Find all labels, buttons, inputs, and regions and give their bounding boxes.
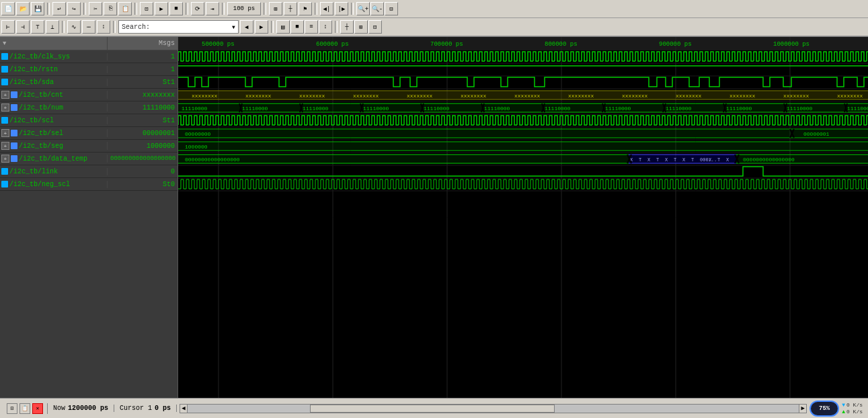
tl-zoom-btn[interactable]: ⊞ bbox=[354, 20, 368, 34]
signal-type-icon bbox=[1, 66, 8, 73]
status-btn1[interactable]: ⊡ bbox=[7, 403, 17, 414]
signal-row[interactable]: + /i2c_tb/data_temp 000000000000000000 bbox=[0, 153, 177, 165]
expand-icon[interactable]: + bbox=[1, 103, 9, 112]
signal-row[interactable]: + /i2c_tb/sel 00000001 bbox=[0, 127, 177, 140]
sig-group-btn[interactable]: ▤ bbox=[276, 20, 290, 34]
tl-fit-btn[interactable]: ⊡ bbox=[368, 20, 382, 34]
wf-tool4[interactable]: ⊥ bbox=[46, 20, 59, 34]
msgs-label: Msgs bbox=[159, 40, 175, 47]
signal-type-icon bbox=[11, 91, 17, 98]
play-btn[interactable]: ▶ bbox=[155, 2, 168, 15]
signal-type-icon bbox=[11, 130, 17, 136]
scroll-track[interactable] bbox=[188, 404, 799, 413]
prev-edge-btn[interactable]: ◀| bbox=[320, 2, 333, 15]
sep1 bbox=[47, 3, 50, 15]
open-btn[interactable]: 📂 bbox=[16, 2, 30, 15]
search-prev-btn[interactable]: ◀ bbox=[240, 20, 253, 34]
cut-btn[interactable]: ✂ bbox=[89, 2, 102, 15]
expand-icon[interactable]: + bbox=[1, 129, 9, 137]
signal-value: xxxxxxxx bbox=[108, 91, 177, 99]
sig-style-btn[interactable]: ≡ bbox=[305, 20, 318, 34]
signal-row[interactable]: /i2c_tb/scl St1 bbox=[0, 114, 177, 127]
search-input[interactable] bbox=[151, 23, 232, 31]
wf-tool2[interactable]: ⊣ bbox=[16, 20, 30, 34]
zoom-out-btn[interactable]: 🔍- bbox=[370, 2, 384, 15]
systray: 75% ▼ 0 K/s ▲ 0 K/s bbox=[810, 401, 865, 417]
expand-all-icon[interactable]: ▼ bbox=[3, 40, 6, 47]
speed-indicator: 75% bbox=[810, 401, 839, 417]
signal-type-icon bbox=[11, 104, 17, 111]
signal-row[interactable]: /i2c_tb/rstn 1 bbox=[0, 63, 177, 76]
status-btn3[interactable]: ✕ bbox=[32, 403, 43, 414]
signal-name: + /i2c_tb/cnt bbox=[0, 91, 108, 99]
speed-stats: ▼ 0 K/s ▲ 0 K/s bbox=[842, 402, 863, 415]
waveform-panel[interactable] bbox=[178, 37, 868, 398]
signal-name-text: /i2c_tb/rstn bbox=[9, 66, 58, 73]
undo-btn[interactable]: ↩ bbox=[52, 2, 66, 15]
zoom-all-btn[interactable]: ⊟ bbox=[385, 2, 398, 15]
copy-btn[interactable]: ⎘ bbox=[104, 2, 117, 15]
zoom-in-btn[interactable]: 🔍+ bbox=[356, 2, 370, 15]
redo-btn[interactable]: ↪ bbox=[67, 2, 81, 15]
scroll-left-btn[interactable]: ◀ bbox=[180, 404, 188, 413]
tl-cursor-btn[interactable]: ┼ bbox=[340, 20, 354, 34]
wave-tool1[interactable]: ∿ bbox=[67, 20, 81, 34]
status-btn2[interactable]: 📋 bbox=[19, 403, 30, 414]
sig-height-btn[interactable]: ↕ bbox=[319, 20, 332, 34]
save-btn[interactable]: 💾 bbox=[31, 2, 44, 15]
paste-btn[interactable]: 📋 bbox=[118, 2, 132, 15]
now-section: Now 1200000 ps bbox=[48, 405, 114, 412]
stop-btn[interactable]: ■ bbox=[169, 2, 183, 15]
wave-tool3[interactable]: ↕ bbox=[97, 20, 110, 34]
signal-value: 1000000 bbox=[108, 142, 177, 150]
signal-row[interactable]: /i2c_tb/sda St1 bbox=[0, 76, 177, 89]
next-edge-btn[interactable]: |▶ bbox=[335, 2, 348, 15]
grid-btn[interactable]: ⊞ bbox=[269, 2, 282, 15]
sep6 bbox=[264, 3, 266, 15]
signal-value: 0 bbox=[108, 168, 177, 175]
restart-btn[interactable]: ⟳ bbox=[191, 2, 204, 15]
zoom-fit-btn[interactable]: ⊡ bbox=[140, 2, 153, 15]
signal-row[interactable]: + /i2c_tb/seg 1000000 bbox=[0, 140, 177, 153]
signal-name: /i2c_tb/sda bbox=[0, 79, 108, 86]
signal-row[interactable]: /i2c_tb/link 0 bbox=[0, 165, 177, 178]
new-btn[interactable]: 📄 bbox=[1, 2, 15, 15]
expand-icon[interactable]: + bbox=[1, 142, 9, 150]
scroll-right-btn[interactable]: ▶ bbox=[799, 404, 807, 413]
waveform-canvas[interactable] bbox=[178, 37, 868, 398]
upload-icon: ▲ bbox=[842, 409, 845, 415]
cursor-value: 0 ps bbox=[155, 405, 171, 412]
step-btn[interactable]: ⇥ bbox=[206, 2, 219, 15]
signal-row[interactable]: /i2c_tb/clk_sys 1 bbox=[0, 50, 177, 63]
signal-name: /i2c_tb/scl bbox=[0, 117, 108, 124]
signal-type-icon bbox=[1, 168, 8, 175]
search-dropdown-icon[interactable]: ▼ bbox=[232, 24, 235, 30]
sig-color-btn[interactable]: ■ bbox=[290, 20, 304, 34]
sep7 bbox=[315, 3, 317, 15]
search-next-btn[interactable]: ▶ bbox=[255, 20, 268, 34]
wf-tool3[interactable]: ⊤ bbox=[31, 20, 44, 34]
marker-btn[interactable]: ⚑ bbox=[299, 2, 312, 15]
scroll-thumb[interactable] bbox=[310, 405, 555, 413]
wave-tool2[interactable]: ⋯ bbox=[82, 20, 95, 34]
signal-name: /i2c_tb/clk_sys bbox=[0, 53, 108, 60]
now-label: Now bbox=[53, 405, 65, 412]
zoom-value-btn[interactable]: 100 ps bbox=[227, 2, 261, 15]
cursor-btn[interactable]: ┼ bbox=[284, 2, 297, 15]
expand-icon[interactable]: + bbox=[1, 91, 9, 99]
toolbar-row-2: ⊢ ⊣ ⊤ ⊥ ∿ ⋯ ↕ Search: ▼ ◀ ▶ ▤ ■ ≡ ↕ ┼ ⊞ … bbox=[0, 18, 868, 36]
sep11 bbox=[271, 21, 274, 33]
search-box[interactable]: Search: ▼ bbox=[118, 20, 239, 34]
expand-icon[interactable]: + bbox=[1, 155, 9, 163]
signal-panel: ▼ Msgs /i2c_tb/clk_sys 1 /i2c_tb/rstn bbox=[0, 37, 178, 398]
signal-name: /i2c_tb/rstn bbox=[0, 66, 108, 73]
signal-row[interactable]: /i2c_tb/neg_scl St0 bbox=[0, 178, 177, 191]
signal-name: + /i2c_tb/sel bbox=[0, 129, 108, 137]
sep12 bbox=[335, 21, 338, 33]
signal-row[interactable]: + /i2c_tb/num 11110000 bbox=[0, 101, 177, 114]
wf-tool1[interactable]: ⊢ bbox=[1, 20, 15, 34]
signal-row[interactable]: + /i2c_tb/cnt xxxxxxxx bbox=[0, 89, 177, 101]
sep8 bbox=[351, 3, 354, 15]
sep3 bbox=[134, 3, 137, 15]
signal-value: 1 bbox=[108, 66, 177, 73]
